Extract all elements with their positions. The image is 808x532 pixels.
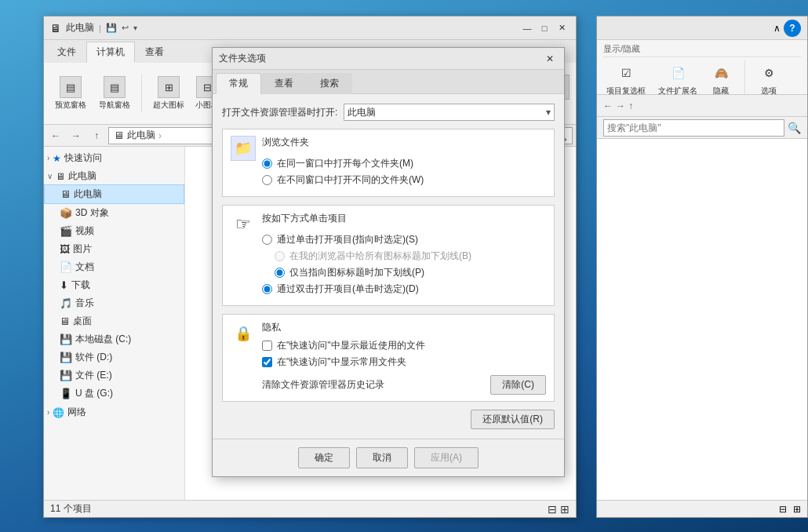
- right-up-btn[interactable]: ↑: [628, 100, 633, 111]
- minimize-button[interactable]: —: [519, 20, 535, 36]
- sidebar-item-drive-d[interactable]: 💾 软件 (D:): [44, 348, 184, 366]
- drive-c-icon: 💾: [60, 333, 72, 345]
- sidebar-item-this-pc[interactable]: 🖥 此电脑: [44, 184, 184, 204]
- click-browser-label: 在我的浏览器中给所有图标标题加下划线(B): [289, 250, 471, 263]
- help-button[interactable]: ?: [784, 20, 801, 37]
- ok-button[interactable]: 确定: [298, 447, 350, 468]
- browse-radio-diff-label: 在不同窗口中打开不同的文件夹(W): [277, 173, 424, 187]
- browse-radio-same-label: 在同一窗口中打开每个文件夹(M): [277, 157, 413, 170]
- checkbox-ribbon-icon: ☑: [615, 62, 637, 84]
- dialog-close-button[interactable]: ✕: [542, 51, 558, 67]
- desktop: 🖥 此电脑 | 💾 ↩ ▾ — □ ✕ 文件 计算机 查看: [0, 0, 808, 532]
- click-radio-single[interactable]: 通过单击打开项目(指向时选定)(S): [262, 233, 546, 246]
- click-radio-hover-underline[interactable]: 仅当指向图标标题时加下划线(P): [262, 266, 546, 279]
- open-in-dropdown-icon: ▾: [546, 107, 551, 118]
- click-hover-label: 仅当指向图标标题时加下划线(P): [289, 266, 424, 279]
- click-browser-underline-input[interactable]: [275, 251, 285, 261]
- title-separator: |: [99, 24, 101, 33]
- drive-d-icon: 💾: [60, 352, 72, 363]
- ribbon-btn-preview-pane[interactable]: ▤ 预览窗格: [50, 75, 91, 112]
- sidebar-item-usb-g1[interactable]: 📱 U 盘 (G:): [44, 384, 184, 403]
- dialog-footer: 确定 取消 应用(A): [213, 439, 564, 476]
- sidebar-quick-access: › ★ 快速访问: [44, 150, 184, 166]
- browse-radio-same-window[interactable]: 在同一窗口中打开每个文件夹(M): [262, 157, 546, 170]
- sidebar-item-drive-e[interactable]: 💾 文件 (E:): [44, 366, 184, 384]
- up-button[interactable]: ↑: [88, 127, 105, 144]
- click-radio-double-input[interactable]: [262, 284, 272, 294]
- title-bar-left: 🖥 此电脑 | 💾 ↩ ▾: [50, 21, 137, 35]
- sidebar-item-3d[interactable]: 📦 3D 对象: [44, 204, 184, 222]
- privacy-recent-checkbox[interactable]: [262, 341, 272, 351]
- tab-computer[interactable]: 计算机: [86, 42, 135, 63]
- right-search-input[interactable]: [603, 119, 784, 137]
- right-back-btn[interactable]: ←: [603, 100, 613, 111]
- grid-view-icon[interactable]: ⊞: [560, 503, 570, 516]
- sidebar-item-music[interactable]: 🎵 音乐: [44, 294, 184, 312]
- quick-toolbar-save[interactable]: 💾: [106, 23, 117, 33]
- tab-file[interactable]: 文件: [47, 42, 86, 63]
- click-section-inner: ☞ 按如下方式单击项目 通过单击打开项目(指向时选定)(S) 在我的浏览器中给所…: [231, 212, 546, 299]
- privacy-checkbox-frequent[interactable]: 在"快速访问"中显示常用文件夹: [262, 355, 546, 369]
- sidebar-item-desktop[interactable]: 🖥 桌面: [44, 312, 184, 330]
- restore-defaults-button[interactable]: 还原默认值(R): [471, 410, 555, 429]
- forward-button[interactable]: →: [67, 127, 85, 144]
- back-button[interactable]: ←: [47, 127, 64, 144]
- quick-toolbar-dropdown[interactable]: ▾: [133, 24, 137, 32]
- sidebar-quick-access-header[interactable]: › ★ 快速访问: [44, 150, 184, 166]
- privacy-frequent-checkbox[interactable]: [262, 357, 272, 367]
- browse-section-icon: 📁: [231, 136, 256, 161]
- apply-button[interactable]: 应用(A): [414, 447, 479, 468]
- sidebar-item-drive-c[interactable]: 💾 本地磁盘 (C:): [44, 330, 184, 348]
- restore-row: 还原默认值(R): [222, 410, 555, 429]
- right-ribbon-items: ☑ 项目复选框 📄 文件扩展名 🙈 隐藏 ⚙ 选项: [603, 57, 801, 98]
- right-item-options[interactable]: ⚙ 选项: [755, 60, 783, 98]
- list-view-icon[interactable]: ⊟: [548, 503, 557, 516]
- dialog-title: 文件夹选项: [219, 52, 266, 65]
- click-hover-underline-input[interactable]: [275, 268, 285, 278]
- right-forward-btn[interactable]: →: [616, 100, 625, 111]
- click-radio-single-input[interactable]: [262, 235, 272, 245]
- right-grid-view[interactable]: ⊞: [793, 504, 801, 515]
- right-item-hidden[interactable]: 🙈 隐藏: [707, 60, 735, 98]
- quick-toolbar-undo[interactable]: ↩: [122, 23, 129, 33]
- sidebar-item-video[interactable]: 🎬 视频: [44, 222, 184, 240]
- right-panel-collapse-icon[interactable]: ∧: [773, 23, 781, 34]
- open-in-value: 此电脑: [348, 106, 376, 119]
- click-radio-double[interactable]: 通过双击打开项目(单击时选定)(D): [262, 282, 546, 296]
- dialog-tab-view[interactable]: 查看: [261, 73, 307, 94]
- right-item-ext[interactable]: 📄 文件扩展名: [655, 60, 701, 98]
- cancel-button[interactable]: 取消: [356, 447, 408, 468]
- browse-radio-diff-window[interactable]: 在不同窗口中打开不同的文件夹(W): [262, 173, 546, 187]
- open-in-row: 打开文件资源管理器时打开: 此电脑 ▾: [222, 104, 555, 121]
- quick-access-arrow: ›: [47, 154, 49, 162]
- clear-button[interactable]: 清除(C): [490, 375, 546, 395]
- close-button[interactable]: ✕: [554, 20, 570, 36]
- ribbon-btn-large-icons[interactable]: ⊞ 超大图标: [148, 75, 189, 112]
- ext-ribbon-icon: 📄: [667, 62, 689, 84]
- this-pc-item-label: 此电脑: [74, 188, 102, 201]
- open-in-select[interactable]: 此电脑 ▾: [344, 104, 555, 121]
- click-radio-browser-underline[interactable]: 在我的浏览器中给所有图标标题加下划线(B): [262, 250, 546, 263]
- privacy-checkbox-recent[interactable]: 在"快速访问"中显示最近使用的文件: [262, 339, 546, 352]
- browse-radio-diff-input[interactable]: [262, 175, 272, 185]
- sidebar-item-downloads[interactable]: ⬇ 下载: [44, 276, 184, 294]
- ribbon-btn-nav-pane[interactable]: ▤ 导航窗格: [94, 75, 135, 112]
- folder-options-dialog: 文件夹选项 ✕ 常规 查看 搜索 打开文件资源管理器时打开: 此电脑 ▾ 📁: [212, 47, 565, 477]
- dialog-tab-general[interactable]: 常规: [216, 73, 261, 94]
- browse-radio-group: 在同一窗口中打开每个文件夹(M) 在不同窗口中打开不同的文件夹(W): [262, 154, 546, 190]
- status-bar: 11 个项目 ⊟ ⊞: [44, 500, 576, 517]
- dialog-tab-search[interactable]: 搜索: [307, 73, 352, 94]
- tab-view[interactable]: 查看: [135, 42, 174, 63]
- right-list-view[interactable]: ⊟: [779, 504, 787, 515]
- sidebar-network-header[interactable]: › 🌐 网络: [44, 404, 184, 421]
- maximize-button[interactable]: □: [537, 20, 552, 36]
- right-item-checkbox[interactable]: ☑ 项目复选框: [603, 60, 649, 98]
- browse-label: 浏览文件夹: [262, 136, 546, 149]
- sidebar-item-pictures[interactable]: 🖼 图片: [44, 240, 184, 258]
- sidebar-this-pc-header[interactable]: ∨ 🖥 此电脑: [44, 168, 184, 184]
- sidebar-item-documents[interactable]: 📄 文档: [44, 258, 184, 276]
- browse-radio-same-input[interactable]: [262, 159, 272, 169]
- desktop-icon: 🖥: [60, 315, 70, 327]
- view-toggle: ⊟ ⊞: [548, 503, 570, 516]
- open-in-label: 打开文件资源管理器时打开:: [222, 106, 337, 119]
